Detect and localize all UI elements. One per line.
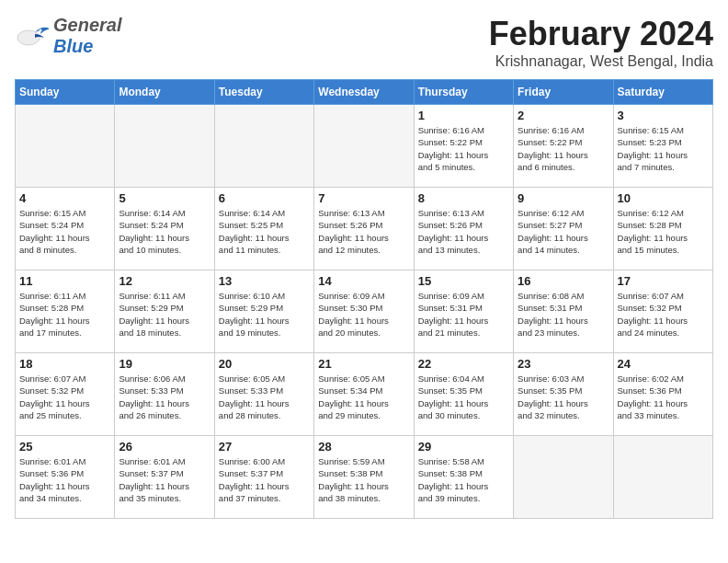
day-number: 23 bbox=[518, 357, 609, 371]
day-number: 10 bbox=[618, 191, 709, 205]
cell-info: Sunrise: 6:07 AMSunset: 5:32 PMDaylight:… bbox=[618, 290, 709, 339]
day-number: 22 bbox=[418, 357, 509, 371]
logo-general-text: General bbox=[53, 15, 121, 36]
cell-info: Sunrise: 6:00 AMSunset: 5:37 PMDaylight:… bbox=[219, 455, 310, 504]
day-number: 11 bbox=[19, 274, 110, 288]
calendar-week-row: 18Sunrise: 6:07 AMSunset: 5:32 PMDayligh… bbox=[16, 353, 713, 436]
day-number: 7 bbox=[318, 191, 409, 205]
cell-info: Sunrise: 6:06 AMSunset: 5:33 PMDaylight:… bbox=[119, 373, 210, 421]
calendar-cell: 11Sunrise: 6:11 AMSunset: 5:28 PMDayligh… bbox=[16, 270, 115, 353]
calendar-cell: 13Sunrise: 6:10 AMSunset: 5:29 PMDayligh… bbox=[214, 270, 313, 353]
calendar-cell: 3Sunrise: 6:15 AMSunset: 5:23 PMDaylight… bbox=[613, 105, 712, 188]
day-number: 14 bbox=[318, 274, 409, 288]
calendar-week-row: 25Sunrise: 6:01 AMSunset: 5:36 PMDayligh… bbox=[16, 436, 713, 519]
calendar-cell: 2Sunrise: 6:16 AMSunset: 5:22 PMDaylight… bbox=[514, 105, 613, 188]
calendar-cell: 6Sunrise: 6:14 AMSunset: 5:25 PMDaylight… bbox=[214, 188, 313, 270]
day-number: 18 bbox=[19, 357, 110, 371]
cell-info: Sunrise: 6:02 AMSunset: 5:36 PMDaylight:… bbox=[618, 373, 709, 421]
cell-info: Sunrise: 6:07 AMSunset: 5:32 PMDaylight:… bbox=[19, 373, 110, 421]
day-number: 19 bbox=[119, 357, 210, 371]
day-number: 29 bbox=[418, 440, 509, 454]
calendar-cell bbox=[514, 436, 613, 519]
calendar-cell bbox=[214, 105, 313, 188]
calendar-cell: 24Sunrise: 6:02 AMSunset: 5:36 PMDayligh… bbox=[613, 353, 712, 436]
day-number: 12 bbox=[119, 274, 210, 288]
calendar-cell: 16Sunrise: 6:08 AMSunset: 5:31 PMDayligh… bbox=[514, 270, 613, 353]
logo-bird-icon bbox=[17, 21, 51, 51]
calendar-cell: 29Sunrise: 5:58 AMSunset: 5:38 PMDayligh… bbox=[414, 436, 513, 519]
cell-info: Sunrise: 5:58 AMSunset: 5:38 PMDaylight:… bbox=[418, 455, 509, 504]
day-number: 4 bbox=[19, 191, 110, 205]
logo: General Blue bbox=[15, 15, 121, 57]
cell-info: Sunrise: 6:16 AMSunset: 5:22 PMDaylight:… bbox=[518, 124, 609, 173]
cell-info: Sunrise: 6:08 AMSunset: 5:31 PMDaylight:… bbox=[518, 290, 609, 339]
calendar-cell bbox=[115, 105, 214, 188]
cell-info: Sunrise: 6:13 AMSunset: 5:26 PMDaylight:… bbox=[318, 207, 409, 256]
cell-info: Sunrise: 6:03 AMSunset: 5:35 PMDaylight:… bbox=[518, 373, 609, 421]
cell-info: Sunrise: 6:09 AMSunset: 5:31 PMDaylight:… bbox=[418, 290, 509, 339]
month-title: February 2024 bbox=[489, 15, 713, 53]
calendar-cell bbox=[613, 436, 712, 519]
calendar-cell bbox=[314, 105, 414, 188]
calendar-cell: 4Sunrise: 6:15 AMSunset: 5:24 PMDaylight… bbox=[16, 188, 115, 270]
day-number: 17 bbox=[618, 274, 709, 288]
calendar-cell: 23Sunrise: 6:03 AMSunset: 5:35 PMDayligh… bbox=[514, 353, 613, 436]
cell-info: Sunrise: 5:59 AMSunset: 5:38 PMDaylight:… bbox=[318, 455, 409, 504]
calendar-week-row: 4Sunrise: 6:15 AMSunset: 5:24 PMDaylight… bbox=[16, 188, 713, 270]
location: Krishnanagar, West Bengal, India bbox=[489, 53, 713, 70]
svg-point-1 bbox=[40, 29, 42, 32]
day-number: 8 bbox=[418, 191, 509, 205]
page-header: General Blue February 2024 Krishnanagar,… bbox=[15, 15, 713, 70]
cell-info: Sunrise: 6:15 AMSunset: 5:24 PMDaylight:… bbox=[19, 207, 110, 256]
col-thursday: Thursday bbox=[414, 80, 513, 105]
day-number: 25 bbox=[19, 440, 110, 454]
day-number: 13 bbox=[219, 274, 310, 288]
cell-info: Sunrise: 6:14 AMSunset: 5:24 PMDaylight:… bbox=[119, 207, 210, 256]
calendar-cell: 28Sunrise: 5:59 AMSunset: 5:38 PMDayligh… bbox=[314, 436, 414, 519]
day-number: 5 bbox=[119, 191, 210, 205]
calendar-cell: 1Sunrise: 6:16 AMSunset: 5:22 PMDaylight… bbox=[414, 105, 513, 188]
col-tuesday: Tuesday bbox=[214, 80, 313, 105]
day-number: 6 bbox=[219, 191, 310, 205]
calendar-cell: 5Sunrise: 6:14 AMSunset: 5:24 PMDaylight… bbox=[115, 188, 214, 270]
day-number: 2 bbox=[518, 109, 609, 122]
col-wednesday: Wednesday bbox=[314, 80, 414, 105]
day-number: 26 bbox=[119, 440, 210, 454]
cell-info: Sunrise: 6:10 AMSunset: 5:29 PMDaylight:… bbox=[219, 290, 310, 339]
cell-info: Sunrise: 6:13 AMSunset: 5:26 PMDaylight:… bbox=[418, 207, 509, 256]
cell-info: Sunrise: 6:01 AMSunset: 5:36 PMDaylight:… bbox=[19, 455, 110, 504]
cell-info: Sunrise: 6:11 AMSunset: 5:28 PMDaylight:… bbox=[19, 290, 110, 339]
cell-info: Sunrise: 6:14 AMSunset: 5:25 PMDaylight:… bbox=[219, 207, 310, 256]
cell-info: Sunrise: 6:16 AMSunset: 5:22 PMDaylight:… bbox=[418, 124, 509, 173]
calendar-cell: 22Sunrise: 6:04 AMSunset: 5:35 PMDayligh… bbox=[414, 353, 513, 436]
calendar-cell: 7Sunrise: 6:13 AMSunset: 5:26 PMDaylight… bbox=[314, 188, 414, 270]
cell-info: Sunrise: 6:05 AMSunset: 5:34 PMDaylight:… bbox=[318, 373, 409, 421]
day-number: 21 bbox=[318, 357, 409, 371]
calendar-week-row: 1Sunrise: 6:16 AMSunset: 5:22 PMDaylight… bbox=[16, 105, 713, 188]
cell-info: Sunrise: 6:11 AMSunset: 5:29 PMDaylight:… bbox=[119, 290, 210, 339]
title-block: February 2024 Krishnanagar, West Bengal,… bbox=[489, 15, 713, 70]
calendar-header-row: Sunday Monday Tuesday Wednesday Thursday… bbox=[16, 80, 713, 105]
day-number: 1 bbox=[418, 109, 509, 122]
day-number: 3 bbox=[618, 109, 709, 122]
calendar-cell: 17Sunrise: 6:07 AMSunset: 5:32 PMDayligh… bbox=[613, 270, 712, 353]
cell-info: Sunrise: 6:15 AMSunset: 5:23 PMDaylight:… bbox=[618, 124, 709, 173]
col-monday: Monday bbox=[115, 80, 214, 105]
calendar-table: Sunday Monday Tuesday Wednesday Thursday… bbox=[15, 79, 713, 519]
calendar-cell: 14Sunrise: 6:09 AMSunset: 5:30 PMDayligh… bbox=[314, 270, 414, 353]
calendar-cell: 15Sunrise: 6:09 AMSunset: 5:31 PMDayligh… bbox=[414, 270, 513, 353]
svg-point-0 bbox=[17, 30, 40, 45]
cell-info: Sunrise: 6:04 AMSunset: 5:35 PMDaylight:… bbox=[418, 373, 509, 421]
cell-info: Sunrise: 6:12 AMSunset: 5:28 PMDaylight:… bbox=[618, 207, 709, 256]
day-number: 15 bbox=[418, 274, 509, 288]
day-number: 28 bbox=[318, 440, 409, 454]
calendar-cell: 26Sunrise: 6:01 AMSunset: 5:37 PMDayligh… bbox=[115, 436, 214, 519]
calendar-cell: 12Sunrise: 6:11 AMSunset: 5:29 PMDayligh… bbox=[115, 270, 214, 353]
day-number: 27 bbox=[219, 440, 310, 454]
day-number: 16 bbox=[518, 274, 609, 288]
calendar-cell: 10Sunrise: 6:12 AMSunset: 5:28 PMDayligh… bbox=[613, 188, 712, 270]
calendar-cell: 18Sunrise: 6:07 AMSunset: 5:32 PMDayligh… bbox=[16, 353, 115, 436]
calendar-cell: 19Sunrise: 6:06 AMSunset: 5:33 PMDayligh… bbox=[115, 353, 214, 436]
col-friday: Friday bbox=[514, 80, 613, 105]
calendar-cell: 8Sunrise: 6:13 AMSunset: 5:26 PMDaylight… bbox=[414, 188, 513, 270]
